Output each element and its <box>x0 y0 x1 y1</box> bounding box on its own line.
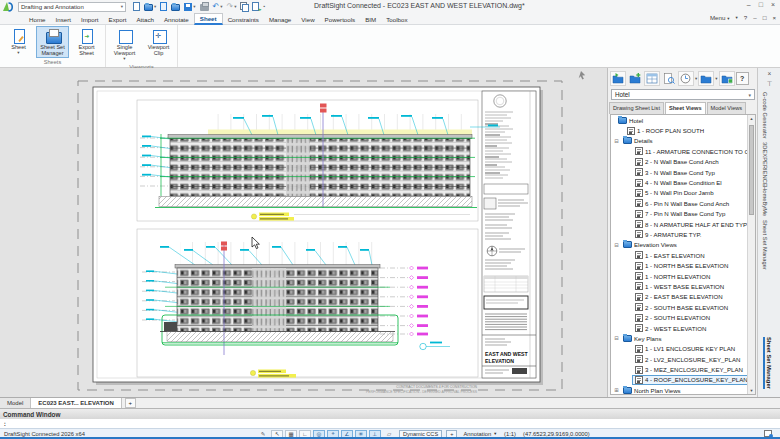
menu-tab-annotate[interactable]: Annotate <box>159 13 194 25</box>
tree-folder[interactable]: ⊞North Plan Views <box>611 385 755 395</box>
doc-restore-icon[interactable]: □ <box>763 14 767 21</box>
collapse-icon[interactable]: ⊟ <box>613 138 620 144</box>
export-sheet-button[interactable]: Export Sheet <box>70 26 103 58</box>
sheet-set-manager-button[interactable]: Sheet Set Manager <box>36 26 69 58</box>
tree-item[interactable]: 3 - N Wall Base Cond Typ <box>611 167 755 177</box>
tree-folder[interactable]: Hotel <box>611 115 755 125</box>
tree-folder[interactable]: ⊟Details <box>611 136 755 146</box>
menu-tab-powertools[interactable]: Powertools <box>320 13 361 25</box>
tree-item[interactable]: 1 - ROOF PLAN SOUTH <box>611 125 755 135</box>
drawing-canvas[interactable]: EAST AND WEST ELEVATION <box>0 68 607 397</box>
save-icon[interactable]: ▾ <box>184 3 195 11</box>
canvas-pointer-widget[interactable] <box>579 71 586 80</box>
tree-item[interactable]: 9 - ARMATURE TYP. <box>611 229 755 239</box>
ribbon-collapse-icon[interactable]: ▾ <box>735 15 737 20</box>
tree-item[interactable]: 2 - LV2_ENCLOSURE_KEY_PLAN <box>611 354 755 364</box>
dock-tab-g-code-generator[interactable]: G-code Generator <box>762 92 768 139</box>
tree-item[interactable]: 1 - NORTH ELEVATION <box>611 271 755 281</box>
redo-icon[interactable]: ↷▾ <box>227 2 237 11</box>
tree-item[interactable]: 1 - LV1 ENCLOSURE KEY PLAN <box>611 344 755 354</box>
insert-view-icon[interactable] <box>719 71 735 86</box>
tree-item[interactable]: 2 - EAST BASE ELEVATION <box>611 292 755 302</box>
dock-tab-3dexperience[interactable]: 3DEXPERIENCE <box>762 142 768 187</box>
tree-item[interactable]: 3 - MEZ_ENCLOSURE_KEY_PLAN <box>611 364 755 374</box>
tree-item[interactable]: 8 - N ARMATURE HALF AT END TYP <box>611 219 755 229</box>
tree-item[interactable]: 5 - N Wall Pin Door Jamb <box>611 188 755 198</box>
collapse-icon[interactable]: ⊟ <box>613 335 620 341</box>
panel-close-icon[interactable]: × <box>758 70 780 77</box>
menu-tab-constraints[interactable]: Constraints <box>223 13 264 25</box>
new-document-icon[interactable] <box>133 2 140 11</box>
tree-item[interactable]: 2 - SOUTH BASE ELEVATION <box>611 302 755 312</box>
menu-tab-view[interactable]: View <box>296 13 319 25</box>
menu-tab-import[interactable]: Import <box>76 13 104 25</box>
ssm-tab-model-views[interactable]: Model Views <box>707 102 747 114</box>
dock-tab-homebyme[interactable]: HomeByMe <box>762 186 768 216</box>
dock-tab-active-sheet-set-manager[interactable]: Sheet Set Manager <box>763 337 772 389</box>
workspace-selector[interactable]: Drafting and Annotation ▾ <box>18 2 126 12</box>
tree-item[interactable]: 4 - ROOF_ENCLOSURE_KEY_PLAN <box>611 375 755 385</box>
tree-folder[interactable]: ⊟Key Plans <box>611 333 755 343</box>
doc-close-icon[interactable]: × <box>772 14 776 21</box>
tree-item[interactable]: 2 - SOUTH ELEVATION <box>611 312 755 322</box>
tree-folder[interactable]: ⊟Elevation Views <box>611 240 755 250</box>
menu-tab-toolbox[interactable]: Toolbox <box>381 13 412 25</box>
recent-sheet-sets-icon[interactable] <box>678 71 694 86</box>
tree-item[interactable]: 1 - NORTH BASE ELEVATION <box>611 260 755 270</box>
help-icon[interactable]: ? <box>744 14 747 21</box>
ssm-tab-sheet-views[interactable]: Sheet Views <box>665 102 706 114</box>
toolbar-overflow-icon[interactable]: ▪ <box>263 2 265 11</box>
tree-scrollbar[interactable]: ▲ ▼ <box>747 115 755 394</box>
tree-item[interactable]: 6 - Pin N Wall Base Cond Anch <box>611 198 755 208</box>
undo-icon[interactable]: ↶▾ <box>213 2 223 11</box>
tree-item[interactable]: 4 - N Wall Base Condition El <box>611 177 755 187</box>
single-viewport-button[interactable]: Single Viewport▾ <box>108 26 141 63</box>
tree-item[interactable]: 2 - N Wall Base Cond Anch <box>611 157 755 167</box>
ssm-tab-drawing-sheet-list[interactable]: Drawing Sheet List <box>609 102 664 114</box>
close-icon[interactable]: × <box>771 1 775 8</box>
expand-icon[interactable]: ⊞ <box>613 387 620 393</box>
share-icon[interactable] <box>252 2 259 11</box>
tree-item[interactable]: 1 - WEST BASE ELEVATION <box>611 281 755 291</box>
sheet-button[interactable]: Sheet▾ <box>2 26 35 58</box>
add-sheet-icon[interactable]: + <box>125 398 136 408</box>
doc-minimize-icon[interactable]: – <box>753 14 756 21</box>
menu-tab-insert[interactable]: Insert <box>51 13 76 25</box>
sheet-set-selector[interactable]: Hotel ▾ <box>611 89 755 100</box>
restore-icon[interactable]: □ <box>759 1 763 8</box>
minimize-icon[interactable]: – <box>747 1 751 8</box>
menu-tab-bim[interactable]: BIM <box>360 13 381 25</box>
tree-item[interactable]: 1 - EAST ELEVATION <box>611 250 755 260</box>
new-sheet-set-icon[interactable] <box>627 71 643 86</box>
print-icon[interactable] <box>200 2 209 11</box>
collapse-icon[interactable]: ⊟ <box>613 242 620 248</box>
menu-tab-manage[interactable]: Manage <box>264 13 296 25</box>
open-document-icon[interactable]: ▾ <box>144 2 156 11</box>
import-document-icon[interactable] <box>160 2 167 11</box>
scroll-down-icon[interactable]: ▼ <box>748 388 755 393</box>
command-window-header[interactable]: Command Window <box>0 408 780 419</box>
command-input[interactable]: : <box>0 419 780 428</box>
tab-model[interactable]: Model <box>0 398 31 408</box>
open-sheet-set-icon[interactable] <box>610 71 626 86</box>
menu-tab-home[interactable]: Home <box>24 13 51 25</box>
annotation-scale-dropdown[interactable]: Annotation ▼ <box>463 431 497 437</box>
tree-item[interactable]: 2 - WEST ELEVATION <box>611 323 755 333</box>
panel-pin-icon[interactable]: ⊤ <box>758 80 780 88</box>
help-icon[interactable]: ? <box>736 72 749 85</box>
menu-button[interactable]: Menu ▾ <box>710 14 729 21</box>
notification-icon[interactable] <box>764 430 772 437</box>
preview-icon[interactable] <box>661 71 677 86</box>
tree-item[interactable]: 7 - Pin N Wall Base Cond Typ <box>611 209 755 219</box>
sheet-properties-icon[interactable] <box>644 71 660 86</box>
open-folder-icon[interactable] <box>171 2 180 11</box>
viewport-clip-button[interactable]: Viewport Clip <box>142 26 175 63</box>
scroll-up-icon[interactable]: ▲ <box>748 116 755 121</box>
dock-tab-sheet-set-manager[interactable]: Sheet Set Manager <box>762 220 768 270</box>
menu-tab-sheet[interactable]: Sheet <box>194 13 223 25</box>
open-drawing-icon[interactable] <box>698 71 714 86</box>
copy-sheet-icon[interactable] <box>240 2 248 11</box>
scrollbar-thumb[interactable] <box>749 125 754 215</box>
tree-item[interactable]: 11 - ARMATURE CONNECTION TO COLUMN <box>611 146 755 156</box>
menu-tab-attach[interactable]: Attach <box>131 13 159 25</box>
